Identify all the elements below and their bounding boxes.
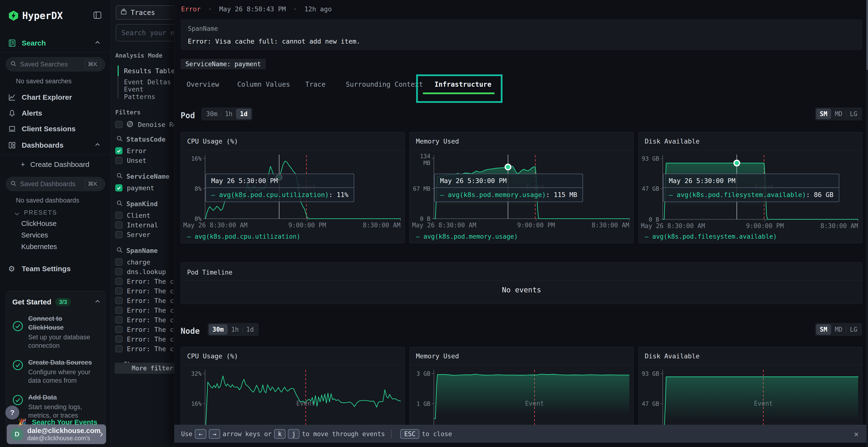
chevron-up-icon[interactable] bbox=[95, 41, 100, 45]
saved-searches-field[interactable] bbox=[20, 61, 85, 68]
search-icon bbox=[116, 172, 123, 180]
pod-size-sm[interactable]: SM bbox=[816, 109, 831, 119]
filter-option[interactable]: Unset bbox=[115, 156, 146, 165]
sidebar-item-search[interactable]: Search bbox=[0, 36, 111, 50]
node-range-1h[interactable]: 1h bbox=[227, 324, 242, 335]
service-name-chip[interactable]: ServiceName: payment bbox=[181, 59, 266, 69]
filter-option[interactable]: Internal bbox=[115, 220, 158, 230]
checkbox-unchecked[interactable] bbox=[115, 221, 123, 229]
checkbox-unchecked[interactable] bbox=[115, 326, 123, 333]
presets-toggle[interactable]: PRESETS bbox=[16, 209, 57, 216]
get-started-item[interactable]: Add Data Start sending logs, metrics, or… bbox=[12, 393, 99, 420]
node-range-1d[interactable]: 1d bbox=[243, 324, 257, 335]
get-started-item[interactable]: Connect to ClickHouse Set up your databa… bbox=[12, 314, 99, 350]
pod-range-1h[interactable]: 1h bbox=[221, 109, 236, 119]
sidebar-item-alerts[interactable]: Alerts bbox=[0, 106, 111, 120]
filter-group-servicename[interactable]: ServiceName bbox=[116, 171, 169, 182]
chart-node-disk[interactable]: 93 GB47 GBEvent bbox=[641, 368, 861, 425]
preset-services[interactable]: Services bbox=[21, 231, 48, 239]
sidebar-item-chart-explorer[interactable]: Chart Explorer bbox=[0, 91, 111, 104]
filter-option[interactable]: Error: The cr bbox=[115, 296, 178, 305]
node-size-md[interactable]: MD bbox=[831, 324, 846, 335]
filter-option[interactable]: Error: The cr bbox=[115, 286, 178, 296]
checkbox-unchecked[interactable] bbox=[115, 287, 123, 295]
pod-size-md[interactable]: MD bbox=[831, 109, 846, 119]
source-select[interactable]: Traces bbox=[116, 5, 179, 20]
more-filters-button[interactable]: More filters bbox=[115, 363, 179, 374]
filter-option[interactable]: Error: The cr bbox=[115, 305, 178, 315]
denoise-checkbox-row[interactable]: Denoise Results bbox=[115, 121, 179, 129]
checkbox-checked[interactable] bbox=[115, 147, 123, 154]
checkbox-unchecked[interactable] bbox=[115, 231, 123, 238]
filter-option[interactable]: Error bbox=[115, 146, 146, 156]
saved-searches-input[interactable]: ⌘K bbox=[6, 57, 105, 71]
event-search-field[interactable] bbox=[122, 29, 179, 37]
m-active-indicator bbox=[118, 66, 119, 76]
chevron-up-icon[interactable] bbox=[95, 300, 100, 304]
filter-group-spanname[interactable]: SpanName bbox=[116, 245, 158, 256]
filter-option[interactable]: Server bbox=[115, 230, 151, 239]
checkbox-unchecked[interactable] bbox=[115, 259, 123, 266]
tab-surrounding-context[interactable]: Surrounding Context bbox=[346, 80, 423, 89]
filter-option[interactable]: Error: The cr bbox=[115, 344, 178, 353]
get-started-item[interactable]: Create Data Sources Configure where your… bbox=[12, 358, 99, 385]
filter-option[interactable]: Error: The cr bbox=[115, 325, 178, 334]
brand-name: HyperDX bbox=[22, 10, 63, 21]
node-size-lg[interactable]: LG bbox=[846, 324, 861, 335]
checkbox-checked[interactable] bbox=[115, 184, 123, 192]
search-filter-panel: Traces Analysis Mode Results Table Event… bbox=[111, 0, 179, 447]
svg-text:9:00:00 PM: 9:00:00 PM bbox=[746, 222, 784, 230]
checkbox-unchecked[interactable] bbox=[115, 345, 123, 352]
pod-size-lg[interactable]: LG bbox=[846, 109, 861, 119]
checkbox-unchecked[interactable] bbox=[115, 316, 123, 323]
checkbox-unchecked[interactable] bbox=[115, 157, 123, 164]
right-arrow-key: → bbox=[209, 429, 220, 439]
chart-node-mem[interactable]: 3 GB1 GBEvent bbox=[411, 368, 632, 425]
filter-option[interactable]: Error: The cr bbox=[115, 334, 178, 344]
filter-option[interactable]: Error: The cr bbox=[115, 276, 178, 286]
sidebar-item-team-settings[interactable]: ⚙ Team Settings bbox=[0, 262, 111, 276]
event-search-input[interactable] bbox=[116, 24, 179, 41]
filter-option[interactable]: charge bbox=[115, 257, 151, 267]
user-menu[interactable]: D dale@clickhouse.com dale@clickhouse.co… bbox=[7, 424, 106, 444]
create-dashboard-button[interactable]: +Create Dashboard bbox=[21, 161, 89, 169]
tab-overview[interactable]: Overview bbox=[187, 80, 219, 89]
mode-results-table[interactable]: Results Table bbox=[124, 66, 175, 76]
no-events-text: No events bbox=[181, 286, 862, 294]
collapse-sidebar-button[interactable] bbox=[94, 11, 101, 20]
scrollbar-thumb[interactable] bbox=[866, 0, 868, 70]
filter-group-label: SpanName bbox=[126, 247, 158, 254]
filter-option[interactable]: Client bbox=[115, 210, 151, 220]
checkbox-unchecked[interactable] bbox=[115, 307, 123, 314]
checkbox-unchecked[interactable] bbox=[115, 212, 123, 219]
checkbox-unchecked[interactable] bbox=[115, 336, 123, 343]
saved-dashboards-field[interactable] bbox=[20, 180, 85, 188]
tab-trace[interactable]: Trace bbox=[305, 80, 326, 89]
filter-option[interactable]: dns.lookup bbox=[115, 267, 166, 276]
preset-kubernetes[interactable]: Kubernetes bbox=[21, 243, 57, 251]
chart-node-cpu[interactable]: 32%16%Event bbox=[183, 368, 403, 425]
divider bbox=[111, 47, 179, 47]
tab-column-values[interactable]: Column Values bbox=[237, 80, 290, 89]
mode-event-patterns[interactable]: Event Patterns bbox=[124, 88, 179, 98]
node-size-sm[interactable]: SM bbox=[816, 324, 831, 335]
close-icon[interactable]: ✕ bbox=[854, 429, 859, 439]
grid-icon bbox=[8, 141, 16, 149]
filter-group-statuscode[interactable]: StatusCode bbox=[116, 134, 166, 144]
sidebar-item-dashboards[interactable]: Dashboards bbox=[0, 138, 111, 152]
pod-range-30m[interactable]: 30m bbox=[203, 109, 221, 119]
checkbox-unchecked[interactable] bbox=[115, 278, 123, 285]
sidebar-item-client-sessions[interactable]: Client Sessions bbox=[0, 122, 111, 136]
checkbox-unchecked[interactable] bbox=[115, 121, 123, 128]
checkbox-unchecked[interactable] bbox=[115, 297, 123, 304]
chevron-up-icon[interactable] bbox=[95, 143, 100, 147]
checkbox-unchecked[interactable] bbox=[115, 268, 123, 275]
help-button[interactable]: ? bbox=[5, 406, 19, 419]
filter-option[interactable]: Error: The cr bbox=[115, 315, 178, 325]
saved-dashboards-input[interactable]: ⌘K bbox=[6, 177, 105, 191]
preset-clickhouse[interactable]: ClickHouse bbox=[21, 220, 57, 228]
filter-group-spankind[interactable]: SpanKind bbox=[116, 199, 158, 209]
node-range-30m[interactable]: 30m bbox=[209, 324, 227, 335]
pod-range-1d[interactable]: 1d bbox=[236, 109, 251, 119]
filter-option[interactable]: payment bbox=[115, 183, 154, 193]
